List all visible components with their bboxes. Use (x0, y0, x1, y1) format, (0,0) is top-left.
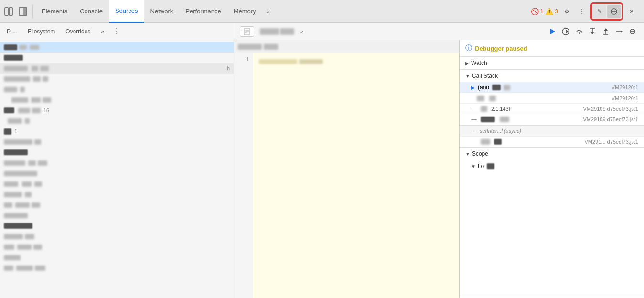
call-stack-item-3[interactable]: – 2.1.143f VM29109 d75ecf73.js:1 (460, 104, 644, 114)
svg-rect-3 (23, 8, 26, 15)
watch-header[interactable]: ▶ Watch (460, 57, 644, 69)
file-row-22[interactable] (0, 263, 234, 273)
source-file-tab[interactable] (240, 26, 254, 37)
call-stack-item-5[interactable]: VM291... d75ecf73.js:1 (460, 137, 644, 147)
pencil-button[interactable]: ✎ (593, 5, 606, 18)
call-stack-blur-1a (492, 85, 501, 90)
tab-performance[interactable]: Performance (180, 0, 226, 23)
more-tabs-button[interactable]: » (96, 23, 109, 40)
step-over-icon (575, 27, 583, 36)
scope-section: ▼ Scope ▼ Lo (460, 148, 644, 298)
tab-network[interactable]: Network (145, 0, 179, 23)
file-row-1[interactable] (0, 42, 234, 53)
scope-chevron-icon: ▼ (465, 151, 470, 157)
step-icon (615, 27, 623, 36)
svg-rect-0 (5, 8, 8, 15)
file-row-8[interactable] (0, 116, 234, 126)
debugger-paused-text: Debugger paused (475, 45, 527, 52)
add-tab-button[interactable]: ⋮ (110, 25, 123, 38)
file-row-11[interactable] (0, 147, 234, 158)
tab-more-button[interactable]: » (263, 0, 274, 23)
file-row-2[interactable] (0, 53, 234, 63)
file-row-19[interactable] (0, 231, 234, 242)
deactivate-button[interactable] (607, 5, 621, 18)
tab-elements[interactable]: Elements (36, 0, 73, 23)
file-row-18[interactable] (0, 221, 234, 231)
call-stack-item-1-name: (ano (478, 84, 489, 91)
call-stack-item-1[interactable]: ▶ (ano VM29120:1 (460, 82, 644, 93)
step-out-icon (601, 27, 610, 36)
filesystem-tab[interactable]: Filesystem (23, 23, 60, 40)
tab-console[interactable]: Console (74, 0, 108, 23)
call-stack-blur-2b (489, 96, 496, 101)
file-row-4[interactable] (0, 74, 234, 84)
call-stack-blur-4b (500, 117, 509, 122)
step-out-button[interactable] (600, 26, 612, 37)
step-button[interactable] (613, 26, 625, 37)
overrides-tab[interactable]: Overrides (61, 23, 95, 40)
file-row-15[interactable] (0, 189, 234, 200)
file-row-10[interactable] (0, 137, 234, 147)
tab-sources[interactable]: Sources (109, 0, 144, 23)
local-scope-header[interactable]: ▼ Lo (460, 160, 644, 172)
call-stack-header[interactable]: ▼ Call Stack (460, 70, 644, 82)
three-dots-icon: ⋮ (579, 8, 585, 15)
source-header (234, 40, 459, 53)
call-stack-item-2[interactable]: VM29120:1 (460, 93, 644, 104)
file-row-14[interactable] (0, 179, 234, 189)
close-icon: ✕ (629, 8, 634, 15)
resume-button[interactable] (547, 26, 558, 37)
file-row-13[interactable] (0, 168, 234, 179)
step-over-button[interactable] (573, 26, 585, 37)
local-blur (487, 163, 494, 169)
call-stack-blur-4a (481, 117, 495, 122)
svg-marker-14 (580, 31, 582, 33)
file-tree: h 16 (0, 40, 234, 298)
file-row-12[interactable] (0, 158, 234, 168)
version-label: 16 (43, 107, 49, 113)
scope-label: Scope (472, 150, 488, 157)
call-stack-blur-5b (494, 139, 502, 145)
file-row-3[interactable]: h (0, 63, 234, 74)
page-tab[interactable]: P … (2, 23, 22, 40)
pause-button[interactable] (560, 26, 571, 37)
tab-bar-left: Elements Console Sources Network Perform… (2, 0, 273, 23)
deactivate-breakpoints-button[interactable] (627, 26, 638, 37)
svg-marker-20 (604, 28, 608, 31)
file-row-21[interactable] (0, 252, 234, 263)
call-stack-section: ▼ Call Stack ▶ (ano VM29120:1 VM29120:1 … (460, 70, 644, 148)
file-row-20[interactable] (0, 242, 234, 252)
file-row-17[interactable] (0, 210, 234, 221)
source-more-tabs[interactable]: » (296, 20, 307, 43)
async-label: setInter...l (async) (480, 128, 521, 134)
source-file-icon (243, 28, 251, 35)
pause-icon (561, 27, 570, 36)
devtools-dock-right-icon[interactable] (16, 5, 30, 18)
devtools-dock-icon[interactable] (2, 5, 15, 18)
file-row-9[interactable]: 1 (0, 126, 234, 137)
code-editor[interactable] (253, 53, 459, 298)
call-stack-label: Call Stack (472, 73, 498, 79)
call-stack-item-3-name: 2.1.143f (491, 106, 510, 112)
source-tab-file[interactable] (238, 44, 278, 50)
file-row-16[interactable] (0, 200, 234, 210)
call-stack-item-2-ref: VM29120:1 (612, 96, 638, 101)
watch-label: Watch (471, 60, 487, 66)
file-row-5[interactable] (0, 84, 234, 95)
close-button[interactable]: ✕ (625, 5, 638, 18)
tab-memory[interactable]: Memory (228, 0, 262, 23)
source-content-area: 1 (234, 53, 459, 298)
settings-icon: ⚙ (564, 8, 569, 15)
call-stack-item-3-ref: VM29109 d75ecf73.js:1 (583, 106, 638, 112)
file-row-6[interactable] (0, 95, 234, 105)
three-dots-button[interactable]: ⋮ (575, 5, 589, 18)
local-label: Lo (478, 163, 484, 170)
call-stack-item-4[interactable]: — VM29109 d75ecf73.js:1 (460, 114, 644, 125)
source-tab-blur-2 (280, 28, 294, 35)
settings-button[interactable]: ⚙ (560, 5, 573, 18)
file-row-7[interactable]: 16 (0, 105, 234, 116)
scope-header[interactable]: ▼ Scope (460, 148, 644, 160)
step-into-button[interactable] (587, 26, 598, 37)
debugger-paused-bar: ⓘ Debugger paused (460, 40, 644, 57)
async-separator: — setInter...l (async) (460, 125, 644, 137)
